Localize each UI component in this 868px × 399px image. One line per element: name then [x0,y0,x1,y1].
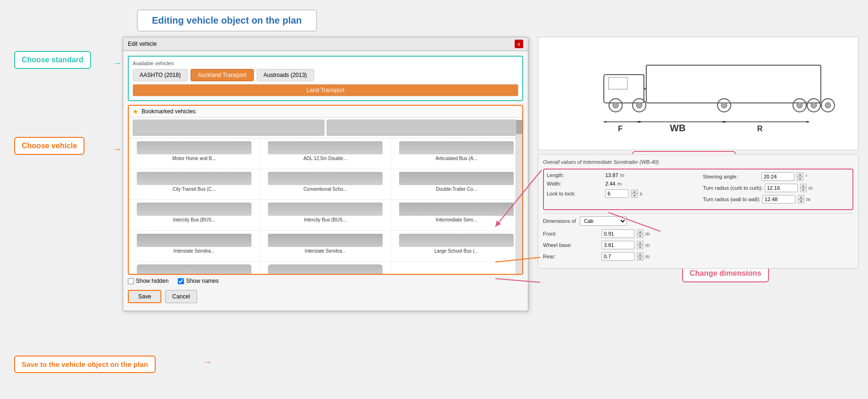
front-down[interactable]: ▼ [637,234,643,238]
land-transport-btn[interactable]: Land Transport [133,84,518,96]
list-item[interactable]: Motor Home and B... [129,138,260,169]
vehicle-name: Interstate Semitra... [131,248,258,254]
part-selector-row: Dimensions of Cab Trailer [543,216,853,226]
vehicle-name: Intercity Bus (BUS... [131,217,258,222]
save-to-plan-label: Save to the vehicle object on the plan [14,356,156,373]
front-spinner[interactable]: ▲ ▼ [637,229,643,238]
austroads-btn[interactable]: Austroads (2013) [257,69,314,81]
scrollbar-thumb[interactable] [516,120,522,134]
button-row: Save Cancel [128,287,523,306]
lock-spin-down[interactable]: ▼ [631,194,638,198]
steering-label: Steering angle: [703,174,760,179]
wheelbase-input[interactable] [601,241,634,249]
page-title-box: Editing vehicle object on the plan [137,9,317,32]
arrow-save-icon: → [203,357,212,367]
cancel-button[interactable]: Cancel [165,290,197,303]
list-item[interactable]: Intercity Bus (BUS... [260,200,391,230]
turn-curb-down[interactable]: ▼ [800,188,807,192]
show-hidden-checkbox[interactable]: Show hidden [128,278,168,284]
list-item[interactable]: City Transit Bus (C... [129,169,260,200]
star-icon: ★ [133,108,139,115]
turn-curb-spinner[interactable]: ▲ ▼ [800,184,807,192]
turn-wall-input[interactable] [762,195,795,204]
list-item[interactable]: Motor Home and B... [260,262,391,275]
choose-vehicle-label: Choose vehicle [14,137,84,155]
svg-point-16 [825,102,831,108]
steering-input[interactable] [761,172,794,181]
front-label: Front: [543,231,600,237]
list-item[interactable]: Motor Home (MH) [129,262,260,275]
properties-panel: Overall values of Intermediate Semitrail… [538,154,859,269]
list-item[interactable]: Intercity Bus (BUS... [129,200,260,230]
arrow-vehicle-icon: → [112,144,122,154]
rear-down[interactable]: ▼ [637,256,643,261]
svg-text:R: R [757,125,763,133]
save-button[interactable]: Save [128,290,161,303]
list-item[interactable]: Interstate Semitra... [129,231,260,262]
turn-curb-input[interactable] [765,184,798,192]
svg-point-14 [811,102,817,108]
bookmarked-item-2[interactable] [326,119,518,136]
list-item[interactable]: ADL 12.5m Double... [260,138,391,169]
list-item[interactable]: Articulated Bus (A... [391,138,522,169]
truck-diagram-svg: F WB R [542,42,854,145]
steering-spin-up[interactable]: ▲ [797,172,803,177]
bottom-checkboxes: Show hidden Show names [128,275,523,287]
vehicle-name: Intercity Bus (BUS... [262,217,389,222]
lock-spin-up[interactable]: ▲ [631,189,638,194]
wheelbase-up[interactable]: ▲ [637,241,643,245]
dialog-titlebar: Edit vehicle x [123,37,528,51]
wheelbase-label: Wheel base: [543,242,600,248]
available-label: Available vehicles [133,60,518,66]
list-item[interactable]: Large School Bus (... [391,231,522,262]
front-up[interactable]: ▲ [637,229,643,234]
bookmarked-item-1[interactable] [133,119,325,136]
vehicle-diagram: F WB R [538,37,859,150]
turn-curb-label: Turn radius (curb to curb): [703,185,763,191]
list-item[interactable]: Interstate Semitra... [260,231,391,262]
dimensions-section: Front: ▲ ▼ m Wheel base: ▲ ▼ m Rear: [543,229,853,261]
length-value: 13.87 [605,172,618,178]
turn-wall-spinner[interactable]: ▲ ▼ [798,195,804,204]
wheelbase-down[interactable]: ▼ [637,245,643,249]
aashto-btn[interactable]: AASHTO (2018) [133,69,188,81]
show-names-checkbox[interactable]: Show names [178,278,218,284]
dimensions-of-label: Dimensions of [543,218,576,224]
width-unit: m [617,181,624,187]
arrow-standard-icon: → [112,58,122,68]
rear-up[interactable]: ▲ [637,252,643,256]
width-field: Width: 2.44 m [547,181,693,187]
turn-wall-down[interactable]: ▼ [798,199,804,204]
rear-input[interactable] [601,252,634,261]
wheelbase-field: Wheel base: ▲ ▼ m [543,241,853,249]
scrollbar[interactable] [516,120,522,274]
lock-input[interactable] [605,189,629,198]
turn-curb-up[interactable]: ▲ [800,184,807,188]
right-panel: F WB R Overall values of Intermediate Se… [538,37,859,269]
bookmarked-row [129,118,522,138]
show-hidden-input[interactable] [128,278,134,284]
lock-spinner[interactable]: ▲ ▼ [631,189,638,198]
rear-spinner[interactable]: ▲ ▼ [637,252,643,261]
wheelbase-spinner[interactable]: ▲ ▼ [637,241,643,249]
show-names-input[interactable] [178,278,184,284]
wheelbase-unit: m [645,242,652,248]
svg-marker-18 [603,121,606,123]
turn-wall-field: Turn radius (wall to wall): ▲ ▼ m [703,195,850,204]
vehicle-name: City Transit Bus (C... [131,187,258,192]
turn-wall-up[interactable]: ▲ [798,195,804,199]
lock-unit: s [640,191,646,196]
svg-marker-26 [721,121,724,123]
part-select[interactable]: Cab Trailer [580,216,627,226]
lock-label: Lock to lock: [547,191,603,196]
steering-spinner[interactable]: ▲ ▼ [797,172,803,181]
list-item[interactable]: Conventional Scho... [260,169,391,200]
list-item[interactable]: Intermediate Sem... [391,200,522,230]
choose-standard-label: Choose standard [14,51,91,69]
width-label: Width: [547,181,603,187]
auckland-btn[interactable]: Auckland Transport [191,69,253,81]
front-input[interactable] [601,229,634,238]
steering-spin-down[interactable]: ▼ [797,177,803,181]
list-item[interactable]: Double-Trailer Co... [391,169,522,200]
close-button[interactable]: x [515,40,523,48]
